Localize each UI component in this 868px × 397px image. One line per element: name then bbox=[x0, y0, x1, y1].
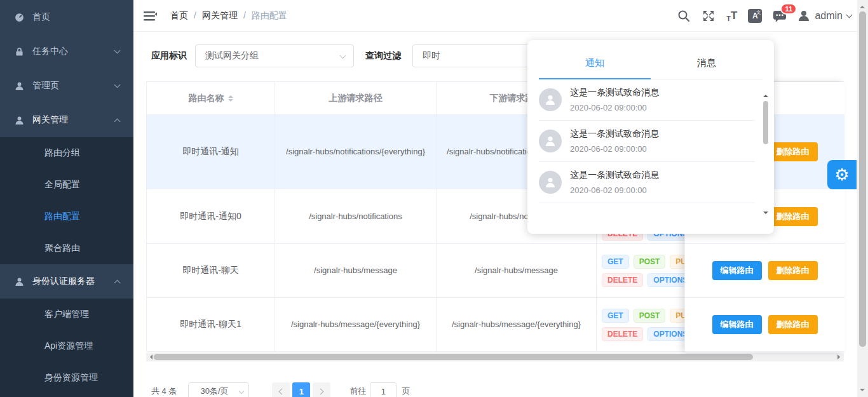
scroll-up-arrow-icon[interactable] bbox=[763, 92, 768, 97]
fullscreen-icon[interactable] bbox=[702, 9, 715, 23]
sidebar-submenu-gateway: 路由分组 全局配置 路由配置 聚合路由 bbox=[0, 137, 133, 264]
scroll-up-arrow-icon[interactable] bbox=[860, 3, 865, 8]
sidebar-item-label: 身份资源管理 bbox=[44, 372, 98, 384]
upstream-path-cell: /signalr-hubs/message/{everything} bbox=[275, 298, 437, 351]
column-header-route-name[interactable]: 路由名称 bbox=[147, 82, 275, 114]
tab-notifications[interactable]: 通知 bbox=[539, 49, 651, 79]
translate-icon[interactable]: A 文 bbox=[748, 9, 762, 23]
popover-scrollbar-thumb[interactable] bbox=[763, 101, 768, 144]
sidebar-item-home[interactable]: 首页 bbox=[0, 0, 133, 34]
goto-page-input[interactable] bbox=[370, 382, 397, 397]
user-name: admin bbox=[815, 10, 843, 22]
tab-messages[interactable]: 消息 bbox=[651, 49, 763, 79]
edit-route-button[interactable]: 编辑路由 bbox=[712, 261, 762, 280]
method-tag: GET bbox=[602, 309, 629, 323]
next-page-button[interactable] bbox=[313, 382, 330, 397]
sidebar: 首页 任务中心 管理页 网关管理 路由分组 bbox=[0, 0, 133, 397]
edit-route-button[interactable]: 编辑路由 bbox=[712, 315, 762, 334]
notification-item[interactable]: 这是一条测试致命消息 2020-06-02 09:00:00 bbox=[539, 79, 755, 121]
avatar-icon bbox=[539, 171, 562, 194]
method-tag: GET bbox=[602, 255, 629, 269]
page-size-select[interactable]: 30条/页 bbox=[188, 382, 249, 397]
sidebar-item-label: 首页 bbox=[32, 11, 50, 23]
breadcrumb-home[interactable]: 首页 bbox=[170, 10, 188, 22]
sort-icon[interactable] bbox=[228, 93, 233, 104]
method-tag: POST bbox=[634, 309, 666, 323]
sidebar-item-identity-resources[interactable]: 身份资源管理 bbox=[0, 362, 133, 394]
route-name-cell: 即时通讯-通知0 bbox=[147, 189, 275, 243]
page-number-button[interactable]: 1 bbox=[292, 382, 310, 397]
topbar-actions: TT A 文 11 admin bbox=[677, 0, 851, 32]
user-icon bbox=[14, 81, 25, 91]
popover-scrollbar[interactable] bbox=[762, 92, 770, 217]
breadcrumb-gateway[interactable]: 网关管理 bbox=[202, 10, 238, 22]
delete-route-button[interactable]: 删除路由 bbox=[768, 261, 818, 280]
method-tag: POST bbox=[634, 255, 666, 269]
lock-icon bbox=[14, 46, 25, 57]
sidebar-item-global-config[interactable]: 全局配置 bbox=[0, 169, 133, 201]
breadcrumb-current: 路由配置 bbox=[252, 10, 287, 22]
collapse-sidebar-icon[interactable] bbox=[144, 10, 157, 22]
notification-title: 这是一条测试致命消息 bbox=[570, 87, 659, 98]
caret-down-icon bbox=[846, 12, 853, 18]
scroll-down-arrow-icon[interactable] bbox=[763, 212, 768, 217]
total-count-label: 共 4 条 bbox=[151, 386, 177, 397]
delete-route-button[interactable]: 删除路由 bbox=[768, 142, 818, 161]
page-vertical-scrollbar[interactable] bbox=[857, 0, 868, 397]
topbar: 首页 / 网关管理 / 路由配置 TT A 文 bbox=[133, 0, 868, 32]
sidebar-item-gateway-management[interactable]: 网关管理 bbox=[0, 103, 133, 137]
avatar-icon bbox=[539, 88, 562, 111]
scroll-right-arrow-icon[interactable] bbox=[837, 354, 843, 360]
sidebar-item-aggregate-routes[interactable]: 聚合路由 bbox=[0, 232, 133, 264]
sidebar-item-label: 聚合路由 bbox=[44, 243, 80, 254]
user-icon bbox=[14, 276, 25, 287]
table-horizontal-scrollbar[interactable] bbox=[146, 353, 844, 361]
horizontal-scrollbar-thumb[interactable] bbox=[154, 354, 753, 360]
filter-bar: 应用标识 测试网关分组 查询过滤 bbox=[151, 44, 579, 67]
sidebar-item-admin-pages[interactable]: 管理页 bbox=[0, 69, 133, 103]
upstream-path-cell: /signalr-hubs/notifications/{everything} bbox=[275, 115, 437, 189]
chevron-down-icon bbox=[114, 82, 121, 88]
vertical-scrollbar-thumb[interactable] bbox=[859, 11, 866, 347]
sidebar-item-route-groups[interactable]: 路由分组 bbox=[0, 137, 133, 169]
notification-item[interactable]: 这是一条测试致命消息 2020-06-02 09:00:00 bbox=[539, 121, 755, 162]
sidebar-item-task-center[interactable]: 任务中心 bbox=[0, 34, 133, 69]
notification-item[interactable]: 这是一条测试致命消息 2020-06-02 09:00:00 bbox=[539, 162, 755, 203]
column-header-upstream: 上游请求路径 bbox=[275, 82, 437, 114]
sidebar-item-label: 管理页 bbox=[32, 80, 59, 91]
scroll-down-arrow-icon[interactable] bbox=[860, 389, 865, 394]
prev-page-button[interactable] bbox=[272, 382, 290, 397]
sidebar-item-client-management[interactable]: 客户端管理 bbox=[0, 299, 133, 330]
page-size-value: 30条/页 bbox=[200, 386, 228, 397]
breadcrumb-separator: / bbox=[194, 10, 196, 22]
sidebar-item-route-config[interactable]: 路由配置 bbox=[0, 201, 133, 232]
app-group-select[interactable]: 测试网关分组 bbox=[195, 44, 354, 67]
font-size-icon[interactable]: TT bbox=[726, 10, 737, 22]
sidebar-item-label: 身份认证服务器 bbox=[32, 276, 95, 287]
notification-time: 2020-06-02 09:00:00 bbox=[570, 185, 659, 195]
breadcrumb-separator: / bbox=[243, 10, 246, 22]
avatar-icon bbox=[539, 130, 562, 152]
settings-gear-button[interactable]: ⚙ bbox=[827, 160, 857, 189]
sidebar-item-label: 路由分组 bbox=[44, 147, 80, 159]
sidebar-item-identity-server[interactable]: 身份认证服务器 bbox=[0, 264, 133, 299]
upstream-path-cell: /signalr-hubs/notifications bbox=[275, 189, 437, 243]
sidebar-item-label: 网关管理 bbox=[32, 114, 68, 126]
page-unit-label: 页 bbox=[402, 386, 410, 397]
sidebar-item-label: 路由配置 bbox=[44, 211, 80, 222]
sidebar-item-label: Api资源管理 bbox=[44, 340, 93, 352]
query-filter-label: 查询过滤 bbox=[365, 50, 401, 62]
chevron-down-icon bbox=[239, 389, 244, 394]
delete-route-button[interactable]: 删除路由 bbox=[768, 207, 818, 226]
search-icon[interactable] bbox=[677, 9, 691, 23]
scroll-left-arrow-icon[interactable] bbox=[147, 354, 153, 360]
pagination: 共 4 条 30条/页 1 前往 页 bbox=[151, 382, 410, 397]
user-menu[interactable]: admin bbox=[797, 10, 851, 22]
route-name-cell: 即时通讯-通知 bbox=[147, 115, 275, 189]
messages-icon[interactable]: 11 bbox=[773, 9, 787, 23]
delete-route-button[interactable]: 删除路由 bbox=[768, 315, 818, 334]
sidebar-item-api-resources[interactable]: Api资源管理 bbox=[0, 330, 133, 362]
chevron-up-icon bbox=[114, 119, 121, 125]
route-name-cell: 即时通讯-聊天 bbox=[147, 244, 275, 297]
gear-icon: ⚙ bbox=[834, 165, 849, 184]
